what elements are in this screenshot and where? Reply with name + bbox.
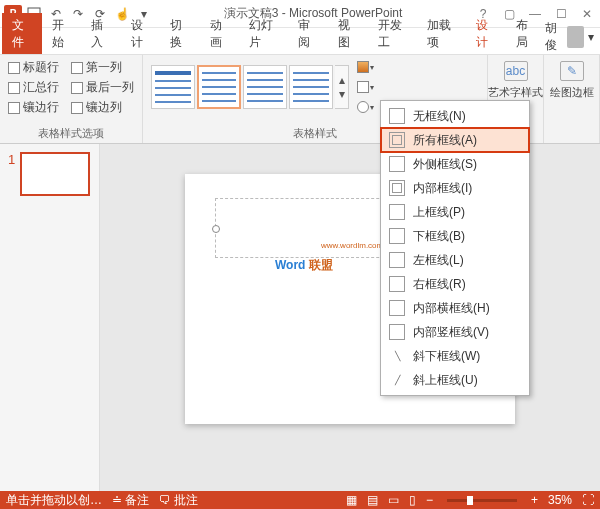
dd-inside-borders[interactable]: 内部框线(I): [381, 176, 529, 200]
zoom-out-icon[interactable]: −: [426, 493, 433, 507]
user-name: 胡俊: [545, 20, 563, 54]
status-notes[interactable]: ≐ 备注: [112, 492, 149, 509]
style-item-selected[interactable]: [197, 65, 241, 109]
view-normal-icon[interactable]: ▦: [346, 493, 357, 507]
tab-home[interactable]: 开始: [42, 13, 82, 54]
borders-dropdown: 无框线(N) 所有框线(A) 外侧框线(S) 内部框线(I) 上框线(P) 下框…: [380, 100, 530, 396]
group-draw-borders: ✎ 绘图边框: [544, 55, 600, 143]
zoom-level[interactable]: 35%: [548, 493, 572, 507]
user-chevron-icon: ▾: [588, 30, 594, 44]
tab-review[interactable]: 审阅: [288, 13, 328, 54]
dd-top-border[interactable]: 上框线(P): [381, 200, 529, 224]
slide-thumbnail-panel: 1: [0, 144, 100, 491]
chk-banded-col[interactable]: 镶边列: [71, 99, 122, 116]
dd-outside-borders[interactable]: 外侧框线(S): [381, 152, 529, 176]
shading-button[interactable]: ▾: [357, 59, 379, 75]
style-item[interactable]: [151, 65, 195, 109]
view-reading-icon[interactable]: ▭: [388, 493, 399, 507]
tab-insert[interactable]: 插入: [81, 13, 121, 54]
dd-inside-h-border[interactable]: 内部横框线(H): [381, 296, 529, 320]
gallery-more-icon[interactable]: ▴▾: [335, 65, 349, 109]
ribbon-tabs: 文件 开始 插入 设计 切换 动画 幻灯片 审阅 视图 开发工 加载项 设计 布…: [0, 28, 600, 54]
tab-animations[interactable]: 动画: [200, 13, 240, 54]
tab-design-cn[interactable]: 设计: [121, 13, 161, 54]
status-bar: 单击并拖动以创… ≐ 备注 🗨 批注 ▦ ▤ ▭ ▯ − + 35% ⛶: [0, 491, 600, 509]
dd-bottom-border[interactable]: 下框线(B): [381, 224, 529, 248]
tab-addins[interactable]: 加载项: [417, 13, 466, 54]
view-slideshow-icon[interactable]: ▯: [409, 493, 416, 507]
zoom-slider[interactable]: [447, 499, 517, 502]
user-area[interactable]: 胡俊 ▾: [545, 20, 600, 54]
status-comments[interactable]: 🗨 批注: [159, 492, 198, 509]
tab-file[interactable]: 文件: [2, 13, 42, 54]
view-sorter-icon[interactable]: ▤: [367, 493, 378, 507]
fit-window-icon[interactable]: ⛶: [582, 493, 594, 507]
dd-diag-down-border[interactable]: ╲斜下框线(W): [381, 344, 529, 368]
borders-button[interactable]: ▾: [357, 79, 379, 95]
wordart-icon[interactable]: abc: [504, 61, 528, 81]
slide-thumbnail-1[interactable]: [20, 152, 90, 196]
thumb-number: 1: [8, 152, 15, 167]
tab-transitions[interactable]: 切换: [160, 13, 200, 54]
tab-table-layout[interactable]: 布局: [506, 13, 546, 54]
tab-table-design[interactable]: 设计: [466, 13, 506, 54]
zoom-in-icon[interactable]: +: [531, 493, 538, 507]
dd-inside-v-border[interactable]: 内部竖框线(V): [381, 320, 529, 344]
group-label-table-options: 表格样式选项: [8, 124, 134, 141]
style-item[interactable]: [243, 65, 287, 109]
effects-button[interactable]: ▾: [357, 99, 379, 115]
tab-slideshow[interactable]: 幻灯片: [239, 13, 288, 54]
dd-no-border[interactable]: 无框线(N): [381, 104, 529, 128]
chk-total-row[interactable]: 汇总行: [8, 79, 59, 96]
chk-first-col[interactable]: 第一列: [71, 59, 122, 76]
draw-border-icon[interactable]: ✎: [560, 61, 584, 81]
dd-right-border[interactable]: 右框线(R): [381, 272, 529, 296]
group-table-style-options: 标题行 第一列 汇总行 最后一列 镶边行 镶边列 表格样式选项: [0, 55, 143, 143]
watermark: www.wordlm.com Word 联盟: [275, 249, 333, 275]
chk-header-row[interactable]: 标题行: [8, 59, 59, 76]
style-item[interactable]: [289, 65, 333, 109]
chk-banded-row[interactable]: 镶边行: [8, 99, 59, 116]
tab-developer[interactable]: 开发工: [368, 13, 417, 54]
avatar: [567, 26, 584, 48]
tab-view[interactable]: 视图: [328, 13, 368, 54]
dd-all-borders[interactable]: 所有框线(A): [381, 128, 529, 152]
dd-left-border[interactable]: 左框线(L): [381, 248, 529, 272]
dd-diag-up-border[interactable]: ╱斜上框线(U): [381, 368, 529, 392]
status-drag-hint: 单击并拖动以创…: [6, 492, 102, 509]
chk-last-col[interactable]: 最后一列: [71, 79, 134, 96]
